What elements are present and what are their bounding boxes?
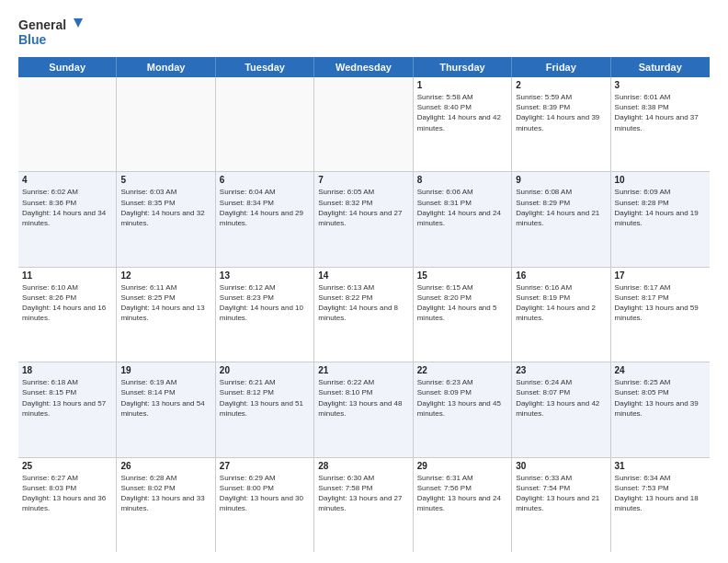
cell-info: Sunrise: 6:03 AM Sunset: 8:35 PM Dayligh… bbox=[120, 187, 210, 228]
day-number: 17 bbox=[615, 270, 706, 281]
calendar-cell: 8Sunrise: 6:06 AM Sunset: 8:31 PM Daylig… bbox=[414, 172, 512, 266]
cell-info: Sunrise: 6:27 AM Sunset: 8:03 PM Dayligh… bbox=[22, 473, 112, 514]
calendar-cell bbox=[117, 77, 215, 171]
svg-text:General: General bbox=[18, 17, 66, 32]
day-number: 5 bbox=[120, 175, 210, 185]
calendar-cell: 25Sunrise: 6:27 AM Sunset: 8:03 PM Dayli… bbox=[18, 458, 117, 552]
calendar-cell: 13Sunrise: 6:12 AM Sunset: 8:23 PM Dayli… bbox=[216, 268, 314, 362]
calendar-cell: 7Sunrise: 6:05 AM Sunset: 8:32 PM Daylig… bbox=[314, 172, 413, 266]
day-number: 4 bbox=[22, 175, 112, 185]
calendar-cell: 15Sunrise: 6:15 AM Sunset: 8:20 PM Dayli… bbox=[414, 268, 512, 362]
calendar-row: 25Sunrise: 6:27 AM Sunset: 8:03 PM Dayli… bbox=[18, 458, 710, 552]
cell-info: Sunrise: 6:15 AM Sunset: 8:20 PM Dayligh… bbox=[417, 282, 507, 324]
cell-info: Sunrise: 6:22 AM Sunset: 8:10 PM Dayligh… bbox=[318, 377, 408, 419]
calendar-cell: 31Sunrise: 6:34 AM Sunset: 7:53 PM Dayli… bbox=[611, 458, 710, 552]
cell-info: Sunrise: 6:04 AM Sunset: 8:34 PM Dayligh… bbox=[220, 187, 310, 228]
weekday-header: Monday bbox=[117, 57, 215, 77]
calendar: SundayMondayTuesdayWednesdayThursdayFrid… bbox=[18, 57, 710, 552]
calendar-cell: 17Sunrise: 6:17 AM Sunset: 8:17 PM Dayli… bbox=[611, 268, 710, 362]
cell-info: Sunrise: 6:33 AM Sunset: 7:54 PM Dayligh… bbox=[516, 473, 606, 514]
day-number: 7 bbox=[318, 175, 408, 185]
day-number: 30 bbox=[516, 461, 606, 471]
day-number: 1 bbox=[417, 80, 507, 90]
cell-info: Sunrise: 6:05 AM Sunset: 8:32 PM Dayligh… bbox=[318, 187, 408, 228]
day-number: 15 bbox=[417, 270, 507, 281]
calendar-cell: 1Sunrise: 5:58 AM Sunset: 8:40 PM Daylig… bbox=[414, 77, 512, 171]
calendar-cell: 22Sunrise: 6:23 AM Sunset: 8:09 PM Dayli… bbox=[414, 362, 512, 456]
calendar-row: 18Sunrise: 6:18 AM Sunset: 8:15 PM Dayli… bbox=[18, 362, 710, 457]
logo-svg: GeneralBlue bbox=[18, 15, 83, 48]
calendar-cell: 27Sunrise: 6:29 AM Sunset: 8:00 PM Dayli… bbox=[216, 458, 314, 552]
day-number: 29 bbox=[417, 461, 507, 471]
calendar-row: 1Sunrise: 5:58 AM Sunset: 8:40 PM Daylig… bbox=[18, 77, 710, 172]
day-number: 19 bbox=[120, 365, 210, 375]
calendar-row: 4Sunrise: 6:02 AM Sunset: 8:36 PM Daylig… bbox=[18, 172, 710, 267]
svg-marker-2 bbox=[74, 18, 83, 28]
calendar-cell: 19Sunrise: 6:19 AM Sunset: 8:14 PM Dayli… bbox=[117, 362, 215, 456]
calendar-cell: 10Sunrise: 6:09 AM Sunset: 8:28 PM Dayli… bbox=[611, 172, 710, 266]
cell-info: Sunrise: 6:24 AM Sunset: 8:07 PM Dayligh… bbox=[516, 377, 606, 419]
day-number: 8 bbox=[417, 175, 507, 185]
cell-info: Sunrise: 6:19 AM Sunset: 8:14 PM Dayligh… bbox=[120, 377, 210, 419]
cell-info: Sunrise: 6:34 AM Sunset: 7:53 PM Dayligh… bbox=[615, 473, 706, 514]
cell-info: Sunrise: 6:17 AM Sunset: 8:17 PM Dayligh… bbox=[615, 282, 706, 324]
calendar-cell: 28Sunrise: 6:30 AM Sunset: 7:58 PM Dayli… bbox=[314, 458, 413, 552]
day-number: 14 bbox=[318, 270, 408, 281]
calendar-cell bbox=[314, 77, 413, 171]
calendar-cell: 11Sunrise: 6:10 AM Sunset: 8:26 PM Dayli… bbox=[18, 268, 117, 362]
cell-info: Sunrise: 6:28 AM Sunset: 8:02 PM Dayligh… bbox=[120, 473, 210, 514]
calendar-cell: 9Sunrise: 6:08 AM Sunset: 8:29 PM Daylig… bbox=[512, 172, 610, 266]
day-number: 28 bbox=[318, 461, 408, 471]
day-number: 22 bbox=[417, 365, 507, 375]
cell-info: Sunrise: 6:23 AM Sunset: 8:09 PM Dayligh… bbox=[417, 377, 507, 419]
cell-info: Sunrise: 6:01 AM Sunset: 8:38 PM Dayligh… bbox=[615, 92, 706, 133]
calendar-cell: 23Sunrise: 6:24 AM Sunset: 8:07 PM Dayli… bbox=[512, 362, 610, 456]
calendar-cell: 4Sunrise: 6:02 AM Sunset: 8:36 PM Daylig… bbox=[18, 172, 117, 266]
cell-info: Sunrise: 5:58 AM Sunset: 8:40 PM Dayligh… bbox=[417, 92, 507, 133]
logo: GeneralBlue bbox=[18, 15, 83, 48]
day-number: 24 bbox=[615, 365, 706, 375]
cell-info: Sunrise: 6:12 AM Sunset: 8:23 PM Dayligh… bbox=[220, 282, 310, 324]
day-number: 23 bbox=[516, 365, 606, 375]
day-number: 21 bbox=[318, 365, 408, 375]
cell-info: Sunrise: 6:29 AM Sunset: 8:00 PM Dayligh… bbox=[220, 473, 310, 514]
calendar-cell: 14Sunrise: 6:13 AM Sunset: 8:22 PM Dayli… bbox=[314, 268, 413, 362]
cell-info: Sunrise: 6:13 AM Sunset: 8:22 PM Dayligh… bbox=[318, 282, 408, 324]
day-number: 27 bbox=[220, 461, 310, 471]
header: GeneralBlue bbox=[18, 15, 710, 48]
calendar-cell: 30Sunrise: 6:33 AM Sunset: 7:54 PM Dayli… bbox=[512, 458, 610, 552]
weekday-header: Tuesday bbox=[216, 57, 314, 77]
calendar-cell: 24Sunrise: 6:25 AM Sunset: 8:05 PM Dayli… bbox=[611, 362, 710, 456]
day-number: 3 bbox=[615, 80, 706, 90]
calendar-cell: 18Sunrise: 6:18 AM Sunset: 8:15 PM Dayli… bbox=[18, 362, 117, 456]
cell-info: Sunrise: 6:18 AM Sunset: 8:15 PM Dayligh… bbox=[22, 377, 112, 419]
weekday-header: Thursday bbox=[414, 57, 512, 77]
cell-info: Sunrise: 6:10 AM Sunset: 8:26 PM Dayligh… bbox=[22, 282, 112, 324]
cell-info: Sunrise: 5:59 AM Sunset: 8:39 PM Dayligh… bbox=[516, 92, 606, 133]
day-number: 26 bbox=[120, 461, 210, 471]
calendar-cell: 3Sunrise: 6:01 AM Sunset: 8:38 PM Daylig… bbox=[611, 77, 710, 171]
cell-info: Sunrise: 6:11 AM Sunset: 8:25 PM Dayligh… bbox=[120, 282, 210, 324]
calendar-cell: 21Sunrise: 6:22 AM Sunset: 8:10 PM Dayli… bbox=[314, 362, 413, 456]
day-number: 6 bbox=[220, 175, 310, 185]
day-number: 25 bbox=[22, 461, 112, 471]
calendar-cell: 6Sunrise: 6:04 AM Sunset: 8:34 PM Daylig… bbox=[216, 172, 314, 266]
calendar-cell: 12Sunrise: 6:11 AM Sunset: 8:25 PM Dayli… bbox=[117, 268, 215, 362]
page: GeneralBlue SundayMondayTuesdayWednesday… bbox=[0, 0, 728, 563]
weekday-header: Friday bbox=[512, 57, 610, 77]
cell-info: Sunrise: 6:08 AM Sunset: 8:29 PM Dayligh… bbox=[516, 187, 606, 228]
calendar-row: 11Sunrise: 6:10 AM Sunset: 8:26 PM Dayli… bbox=[18, 268, 710, 362]
calendar-cell: 29Sunrise: 6:31 AM Sunset: 7:56 PM Dayli… bbox=[414, 458, 512, 552]
day-number: 9 bbox=[516, 175, 606, 185]
calendar-cell: 2Sunrise: 5:59 AM Sunset: 8:39 PM Daylig… bbox=[512, 77, 610, 171]
cell-info: Sunrise: 6:25 AM Sunset: 8:05 PM Dayligh… bbox=[615, 377, 706, 419]
day-number: 16 bbox=[516, 270, 606, 281]
calendar-cell: 5Sunrise: 6:03 AM Sunset: 8:35 PM Daylig… bbox=[117, 172, 215, 266]
cell-info: Sunrise: 6:31 AM Sunset: 7:56 PM Dayligh… bbox=[417, 473, 507, 514]
weekday-header: Sunday bbox=[18, 57, 117, 77]
calendar-header: SundayMondayTuesdayWednesdayThursdayFrid… bbox=[18, 57, 710, 77]
day-number: 10 bbox=[615, 175, 706, 185]
calendar-cell: 26Sunrise: 6:28 AM Sunset: 8:02 PM Dayli… bbox=[117, 458, 215, 552]
day-number: 20 bbox=[220, 365, 310, 375]
calendar-cell bbox=[216, 77, 314, 171]
